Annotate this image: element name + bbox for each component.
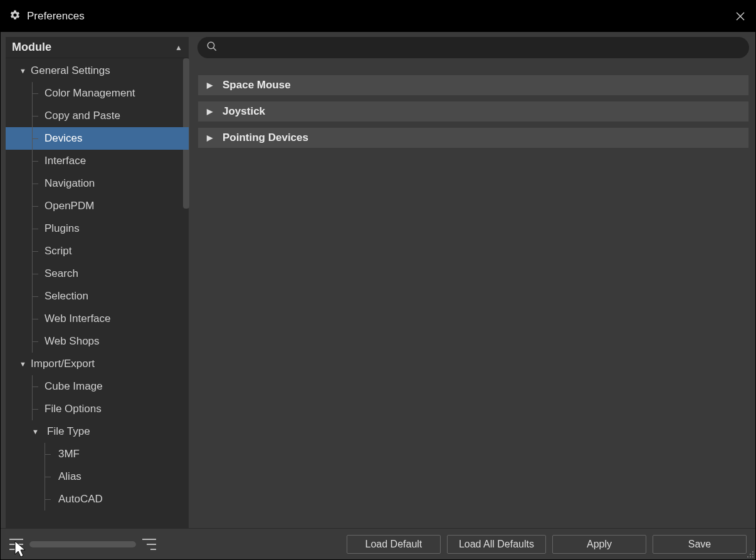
tree-item-web-shops[interactable]: Web Shops xyxy=(6,330,189,353)
svg-point-7 xyxy=(747,556,748,557)
preferences-window: Preferences Module ▲ ▼ General Settings … xyxy=(0,0,756,560)
window-title: Preferences xyxy=(27,10,85,23)
sidebar-header-label: Module xyxy=(12,41,51,54)
chevron-right-icon: ▶ xyxy=(207,133,213,142)
section-joystick[interactable]: ▶ Joystick xyxy=(197,101,749,122)
tree-item-file-options[interactable]: File Options xyxy=(6,398,189,420)
svg-point-5 xyxy=(750,554,751,555)
tree-item-copy-and-paste[interactable]: Copy and Paste xyxy=(6,105,189,127)
titlebar: Preferences xyxy=(1,1,755,32)
filter-lines-icon[interactable] xyxy=(142,539,156,550)
section-label: Joystick xyxy=(223,105,265,118)
section-pointing-devices[interactable]: ▶ Pointing Devices xyxy=(197,127,749,148)
svg-point-8 xyxy=(750,556,751,557)
svg-point-4 xyxy=(752,551,753,552)
tree-item-import-export[interactable]: ▼ Import/Export xyxy=(6,353,189,375)
tree-item-navigation[interactable]: Navigation xyxy=(6,172,189,195)
chevron-right-icon: ▶ xyxy=(207,81,213,90)
search-icon xyxy=(206,41,218,54)
tree-item-autocad[interactable]: AutoCAD xyxy=(6,488,189,511)
save-button[interactable]: Save xyxy=(653,535,747,554)
tree-item-plugins[interactable]: Plugins xyxy=(6,217,189,240)
module-tree: ▼ General Settings Color Management Copy… xyxy=(6,58,189,528)
sidebar-header[interactable]: Module ▲ xyxy=(6,37,189,58)
chevron-down-icon: ▼ xyxy=(32,428,41,435)
load-all-defaults-button[interactable]: Load All Defaults xyxy=(447,535,546,554)
sidebar: Module ▲ ▼ General Settings Color Manage… xyxy=(6,37,189,528)
tree-item-selection[interactable]: Selection xyxy=(6,285,189,308)
sections: ▶ Space Mouse ▶ Joystick ▶ Pointing Devi… xyxy=(197,75,749,148)
section-label: Pointing Devices xyxy=(223,132,308,144)
tree-item-devices[interactable]: Devices xyxy=(6,127,189,150)
body: Module ▲ ▼ General Settings Color Manage… xyxy=(1,32,755,528)
search-input[interactable] xyxy=(224,42,740,53)
close-icon[interactable] xyxy=(734,10,747,23)
search-bar[interactable] xyxy=(197,37,749,58)
tree-item-3mf[interactable]: 3MF xyxy=(6,443,189,465)
chevron-down-icon: ▼ xyxy=(19,360,28,368)
apply-button[interactable]: Apply xyxy=(552,535,646,554)
svg-point-9 xyxy=(752,556,753,557)
svg-point-6 xyxy=(752,554,753,555)
tree-item-search[interactable]: Search xyxy=(6,262,189,285)
gear-icon xyxy=(9,9,21,23)
tree-item-openpdm[interactable]: OpenPDM xyxy=(6,195,189,217)
tree-item-cube-image[interactable]: Cube Image xyxy=(6,375,189,398)
tree-item-script[interactable]: Script xyxy=(6,240,189,262)
menu-icon[interactable] xyxy=(9,539,23,550)
sort-arrow-icon: ▲ xyxy=(175,43,182,52)
svg-line-3 xyxy=(213,48,216,51)
tree-item-alias[interactable]: Alias xyxy=(6,465,189,488)
resize-grip-icon[interactable] xyxy=(745,549,754,558)
chevron-right-icon: ▶ xyxy=(207,107,213,116)
chevron-down-icon: ▼ xyxy=(19,67,28,75)
section-label: Space Mouse xyxy=(223,79,291,91)
main-panel: ▶ Space Mouse ▶ Joystick ▶ Pointing Devi… xyxy=(194,32,755,528)
tree-item-color-management[interactable]: Color Management xyxy=(6,82,189,105)
tree-item-interface[interactable]: Interface xyxy=(6,150,189,172)
tree-item-general-settings[interactable]: ▼ General Settings xyxy=(6,60,189,82)
tree-item-file-type[interactable]: ▼ File Type xyxy=(6,420,189,443)
tree-item-web-interface[interactable]: Web Interface xyxy=(6,308,189,330)
horizontal-scrollbar[interactable] xyxy=(29,541,136,547)
svg-point-2 xyxy=(207,42,214,49)
load-default-button[interactable]: Load Default xyxy=(347,535,441,554)
section-space-mouse[interactable]: ▶ Space Mouse xyxy=(197,75,749,96)
footer: Load Default Load All Defaults Apply Sav… xyxy=(1,528,755,559)
